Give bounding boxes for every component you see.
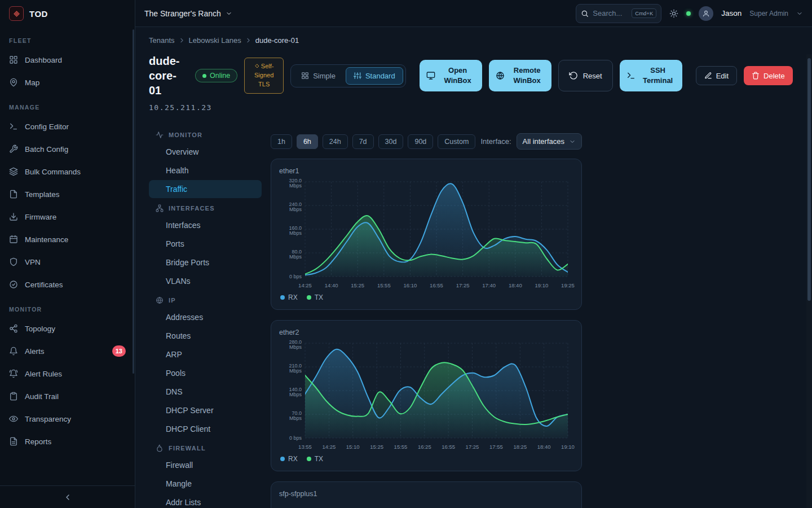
subnav-item-bridge-ports[interactable]: Bridge Ports (149, 253, 262, 271)
sidebar-item-templates[interactable]: Templates (0, 183, 135, 205)
sidebar-item-map[interactable]: Map (0, 71, 135, 94)
subnav-item-health[interactable]: Health (149, 161, 262, 179)
subnav-item-dns[interactable]: DNS (149, 383, 262, 401)
sidebar-scrollbar-thumb[interactable] (133, 29, 134, 374)
ssh-terminal-button[interactable]: SSH Terminal (620, 60, 682, 91)
range-90d-button[interactable]: 90d (408, 134, 433, 149)
sidebar-item-bulk-commands[interactable]: Bulk Commands (0, 160, 135, 183)
subnav-item-mangle[interactable]: Mangle (149, 475, 262, 493)
reset-button[interactable]: Reset (558, 60, 613, 91)
subnav-item-dhcp-client[interactable]: DHCP Client (149, 420, 262, 438)
view-mode-standard-button[interactable]: Standard (346, 67, 403, 85)
traffic-chart[interactable]: 320.0Mbps240.0Mbps160.0Mbps80.0Mbps0 bps… (279, 176, 575, 291)
edit-button[interactable]: Edit (696, 66, 737, 85)
layers-icon (9, 167, 18, 176)
range-24h-button[interactable]: 24h (323, 134, 348, 149)
sidebar-item-label: Batch Config (25, 145, 68, 154)
subnav-item-firewall[interactable]: Firewall (149, 456, 262, 474)
user-role: Super Admin (749, 10, 788, 17)
charts-pane: 1h6h24h7d30d90dCustom Interface: All int… (271, 125, 582, 508)
search-icon (581, 10, 589, 17)
chevron-down-icon[interactable] (796, 10, 803, 17)
legend-rx[interactable]: RX (280, 455, 298, 463)
sidebar-item-vpn[interactable]: VPN (0, 251, 135, 273)
view-mode-simple-button[interactable]: Simple (293, 67, 343, 85)
page-scrollbar-thumb[interactable] (807, 58, 811, 301)
subnav-item-addresses[interactable]: Addresses (149, 308, 262, 326)
chart-interface-title: ether1 (279, 167, 573, 175)
range-7d-button[interactable]: 7d (352, 134, 374, 149)
subnav-item-vlans[interactable]: VLANs (149, 272, 262, 290)
range-30d-button[interactable]: 30d (378, 134, 404, 149)
sidebar-item-certificates[interactable]: Certificates (0, 273, 135, 296)
calendar-icon (9, 235, 18, 244)
sidebar-item-alerts[interactable]: Alerts13 (0, 340, 135, 362)
tls-badge: Self-Signed TLS (244, 58, 284, 94)
sidebar-item-audit-trail[interactable]: Audit Trail (0, 385, 135, 408)
sidebar-item-maintenance[interactable]: Maintenance (0, 228, 135, 251)
sidebar-item-reports[interactable]: Reports (0, 430, 135, 453)
sidebar-item-config-editor[interactable]: Config Editor (0, 115, 135, 138)
range-1h-button[interactable]: 1h (271, 134, 292, 149)
svg-text:16:55: 16:55 (442, 444, 455, 450)
legend-tx[interactable]: TX (307, 455, 323, 463)
range-6h-button[interactable]: 6h (297, 134, 318, 149)
delete-button[interactable]: Delete (744, 66, 793, 85)
sidebar-item-label: Alerts (25, 347, 45, 356)
sidebar-item-label: Certificates (25, 281, 63, 289)
sidebar-item-label: Firmware (25, 213, 56, 221)
sidebar-item-transparency[interactable]: Transparency (0, 408, 135, 430)
breadcrumb-item-lebowski-lanes[interactable]: Lebowski Lanes (189, 36, 241, 45)
trash-icon (752, 72, 760, 80)
traffic-chart[interactable]: 280.0Mbps210.0Mbps140.0Mbps70.0Mbps0 bps… (279, 338, 575, 453)
breadcrumb-item-tenants[interactable]: Tenants (149, 36, 175, 45)
subnav-item-ports[interactable]: Ports (149, 235, 262, 253)
legend-tx[interactable]: TX (307, 294, 323, 301)
device-ip: 10.25.211.23 (149, 103, 798, 112)
chevron-left-icon (63, 493, 72, 502)
sidebar-section-manage: MANAGE (0, 94, 135, 115)
sidebar-item-firmware[interactable]: Firmware (0, 205, 135, 228)
svg-text:Mbps: Mbps (289, 183, 302, 189)
app-logo-row[interactable]: TOD (0, 0, 135, 27)
open-winbox-button[interactable]: Open WinBox (420, 60, 482, 91)
app-window: TOD FLEETDashboardMapMANAGEConfig Editor… (0, 0, 812, 508)
legend-rx[interactable]: RX (280, 294, 298, 301)
interface-select[interactable]: All interfaces (517, 133, 582, 150)
subnav-item-arp[interactable]: ARP (149, 345, 262, 364)
view-mode-segmented-control: Simple Standard (290, 64, 406, 87)
range-group: 1h6h24h7d30d90dCustom (271, 134, 475, 149)
subnav-item-traffic[interactable]: Traffic (149, 180, 262, 198)
sidebar-item-label: Audit Trail (25, 392, 59, 401)
sidebar-collapse-button[interactable] (0, 485, 135, 508)
sidebar-item-dashboard[interactable]: Dashboard (0, 49, 135, 71)
flame-icon (156, 444, 164, 452)
subnav-section-label: FIREWALL (169, 445, 206, 452)
subnav-item-addr-lists[interactable]: Addr Lists (149, 493, 262, 508)
theme-toggle-sun-icon[interactable] (669, 9, 678, 18)
search-input[interactable]: Search... Cmd+K (576, 4, 661, 23)
interface-filter: Interface: All interfaces (480, 133, 582, 150)
sidebar-item-alert-rules[interactable]: Alert Rules (0, 362, 135, 385)
page-scrollbar-track[interactable] (806, 54, 812, 508)
sidebar-item-topology[interactable]: Topology (0, 317, 135, 340)
legend-dot-icon (280, 457, 285, 461)
tenant-selector[interactable]: The Stranger's Ranch (144, 9, 232, 18)
interface-label: Interface: (480, 137, 511, 146)
avatar[interactable] (699, 6, 713, 21)
subnav-item-pools[interactable]: Pools (149, 364, 262, 382)
sidebar-item-batch-config[interactable]: Batch Config (0, 138, 135, 160)
subnav-item-routes[interactable]: Routes (149, 327, 262, 345)
remote-winbox-button[interactable]: Remote WinBox (489, 60, 551, 91)
chevron-down-icon (226, 10, 232, 17)
topbar: The Stranger's Ranch Search... Cmd+K Jas… (135, 0, 812, 27)
status-badge: Online (195, 69, 237, 82)
sidebar-item-label: Config Editor (25, 122, 69, 131)
subnav-item-interfaces[interactable]: Interfaces (149, 216, 262, 234)
subnav-item-overview[interactable]: Overview (149, 143, 262, 161)
sidebar-item-label: Bulk Commands (25, 168, 81, 176)
remote-winbox-label: Remote WinBox (510, 65, 545, 85)
subnav-item-dhcp-server[interactable]: DHCP Server (149, 401, 262, 419)
range-custom-button[interactable]: Custom (438, 134, 475, 149)
sidebar-item-label: Maintenance (25, 235, 68, 244)
